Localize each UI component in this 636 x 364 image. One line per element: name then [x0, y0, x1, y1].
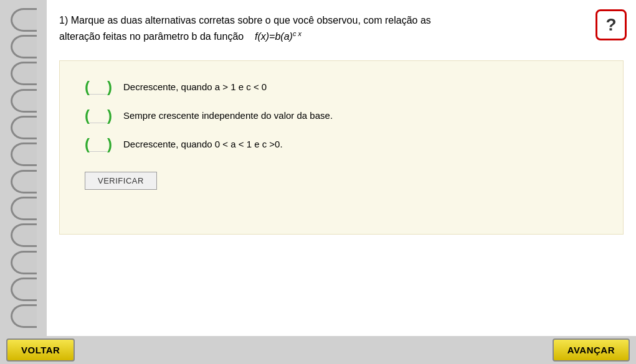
spiral-item — [11, 197, 37, 220]
option-text-3: Decrescente, quando 0 < a < 1 e c >0. — [123, 139, 283, 149]
checkbox-2[interactable]: ( ) — [85, 108, 112, 123]
spiral-item — [11, 223, 37, 247]
checkbox-space-2 — [90, 108, 107, 123]
left-bracket-3: ( — [85, 137, 90, 152]
spiral-item — [11, 116, 37, 139]
left-bracket-2: ( — [85, 108, 90, 123]
verify-button[interactable]: VERIFICAR — [85, 172, 157, 190]
main-content-area: ? 1) Marque as duas alternativas correta… — [47, 0, 636, 336]
option-text-2: Sempre crescente independente do valor d… — [123, 110, 333, 121]
question-text: 1) Marque as duas alternativas corretas … — [59, 12, 624, 45]
question-text-part1: Marque as duas alternativas corretas sob… — [71, 15, 431, 26]
options-content-box: ( ) Decrescente, quando a > 1 e c < 0 ( … — [59, 60, 624, 235]
spiral-item — [11, 170, 37, 194]
checkbox-1[interactable]: ( ) — [85, 80, 112, 95]
next-button[interactable]: AVANÇAR — [553, 338, 630, 362]
spiral-item — [11, 304, 37, 328]
question-number: 1) — [59, 15, 68, 26]
left-bracket-1: ( — [85, 80, 90, 95]
checkbox-space-3 — [90, 137, 107, 152]
spiral-item — [11, 62, 37, 85]
checkbox-3[interactable]: ( ) — [85, 137, 112, 152]
question-header: 1) Marque as duas alternativas corretas … — [47, 0, 636, 54]
spiral-item — [11, 89, 37, 113]
right-bracket-1: ) — [107, 80, 112, 95]
option-text-1: Decrescente, quando a > 1 e c < 0 — [123, 82, 267, 92]
option-row-1: ( ) Decrescente, quando a > 1 e c < 0 — [85, 80, 598, 95]
spiral-item — [11, 142, 37, 166]
option-row-2: ( ) Sempre crescente independente do val… — [85, 108, 598, 123]
formula-superscript: c x — [293, 30, 301, 37]
checkbox-space-1 — [90, 80, 107, 95]
spiral-item — [11, 35, 37, 58]
formula: f(x)=b(a)c x — [255, 31, 301, 42]
question-text-part2: alteração feitas no parâmetro b da funçã… — [59, 31, 244, 42]
back-button[interactable]: VOLTAR — [6, 338, 75, 362]
spiral-item — [11, 8, 37, 32]
spiral-item — [11, 251, 37, 274]
bottom-nav-bar: VOLTAR AVANÇAR — [0, 336, 636, 364]
right-bracket-3: ) — [107, 137, 112, 152]
right-bracket-2: ) — [107, 108, 112, 123]
spiral-item — [11, 278, 37, 301]
option-row-3: ( ) Decrescente, quando 0 < a < 1 e c >0… — [85, 137, 598, 152]
spiral-binding — [0, 0, 47, 336]
